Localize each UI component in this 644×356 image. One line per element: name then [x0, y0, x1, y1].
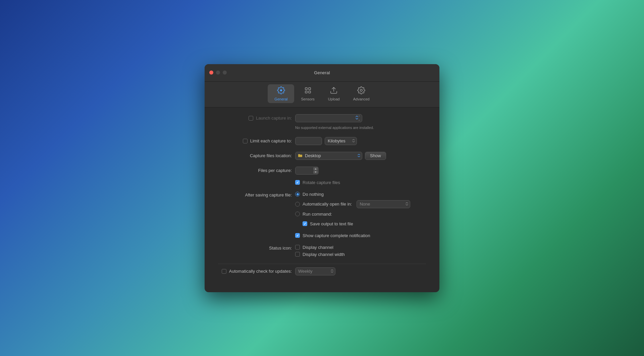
rotate-files-checkbox[interactable]	[295, 180, 300, 185]
capture-location-label: Capture files location:	[250, 153, 292, 158]
display-channel-label: Display channel	[303, 245, 333, 250]
auto-check-section: Automatically check for updates: Weekly …	[218, 267, 426, 275]
tab-general[interactable]: General	[268, 84, 294, 103]
save-output-checkbox-row: Save output to text file	[303, 221, 353, 226]
window-title: General	[314, 70, 330, 75]
auto-open-label: Automatically open file in:	[303, 202, 352, 207]
limit-unit-wrapper: Kilobytes Megabytes	[325, 137, 357, 145]
auto-check-select-wrapper: Weekly Daily Monthly	[295, 267, 335, 275]
svg-rect-0	[305, 88, 307, 90]
maximize-button[interactable]	[223, 71, 227, 75]
capture-location-control: Desktop Show	[295, 152, 426, 160]
status-icon-control: Display channel Display channel width	[295, 245, 426, 257]
tab-general-label: General	[274, 97, 287, 101]
files-per-capture-label: Files per capture:	[258, 168, 292, 173]
limit-capture-checkbox[interactable]	[243, 139, 248, 143]
status-icon-section: Status icon: Display channel Display cha…	[218, 245, 426, 257]
gear-icon	[277, 86, 285, 96]
show-notification-checkbox[interactable]	[295, 233, 300, 238]
auto-check-row: Automatically check for updates: Weekly …	[218, 267, 426, 275]
save-output-row: Save output to text file	[295, 221, 353, 226]
svg-rect-1	[309, 88, 311, 90]
launch-capture-label: Launch capture in:	[256, 116, 292, 121]
limit-unit-select[interactable]: Kilobytes Megabytes	[325, 137, 357, 145]
launch-capture-control	[295, 114, 426, 122]
save-output-label: Save output to text file	[310, 221, 353, 226]
content-area: Launch capture in:	[205, 107, 439, 292]
run-command-radio[interactable]	[295, 212, 300, 216]
status-icon-row: Status icon: Display channel Display cha…	[218, 245, 426, 257]
show-notification-section: Show capture complete notification	[218, 233, 426, 238]
show-button[interactable]: Show	[365, 152, 386, 160]
auto-check-control: Weekly Daily Monthly	[295, 267, 426, 275]
auto-check-checkbox[interactable]	[222, 269, 226, 274]
display-channel-width-label: Display channel width	[303, 252, 345, 257]
tab-advanced[interactable]: Advanced	[346, 84, 376, 103]
do-nothing-radio[interactable]	[295, 192, 300, 196]
rotate-files-row: Rotate capture files	[295, 180, 426, 185]
tab-upload-label: Upload	[328, 97, 340, 101]
auto-check-select[interactable]: Weekly Daily Monthly	[295, 267, 335, 275]
files-per-capture-decrement[interactable]: ▼	[313, 171, 318, 174]
svg-point-4	[360, 89, 362, 91]
show-notification-checkbox-row: Show capture complete notification	[295, 233, 426, 238]
upload-icon	[330, 86, 338, 96]
files-per-capture-increment[interactable]: ▲	[313, 167, 318, 170]
app-window: General General Sensors	[205, 64, 439, 292]
show-notification-label: Show capture complete notification	[303, 233, 370, 238]
launch-capture-helper: No supported external applications are i…	[295, 126, 374, 130]
titlebar: General	[205, 64, 439, 82]
files-per-capture-spinner-wrapper: 1 ▲ ▼	[295, 167, 319, 175]
after-saving-label: After saving capture file:	[245, 192, 292, 197]
after-saving-section: After saving capture file: Do nothing Au…	[218, 192, 426, 226]
auto-check-label: Automatically check for updates:	[229, 269, 292, 274]
close-button[interactable]	[209, 71, 213, 75]
limit-capture-label: Limit each capture to:	[250, 138, 292, 143]
do-nothing-label: Do nothing	[303, 192, 324, 197]
advanced-icon	[357, 86, 365, 96]
traffic-lights	[209, 71, 227, 75]
limit-capture-input[interactable]: 2048	[295, 137, 322, 145]
after-saving-control: Do nothing Automatically open file in: N…	[295, 192, 426, 226]
capture-location-select[interactable]: Desktop	[295, 152, 362, 160]
after-saving-row: After saving capture file: Do nothing Au…	[218, 192, 426, 226]
minimize-button[interactable]	[216, 71, 220, 75]
auto-open-radio[interactable]	[295, 202, 300, 207]
run-command-label: Run command:	[303, 212, 332, 217]
files-per-capture-section: Files per capture: 1 ▲ ▼ Rotate capture …	[218, 167, 426, 185]
limit-capture-section: Limit each capture to: 2048 Kilobytes Me…	[218, 137, 426, 145]
display-channel-row: Display channel	[295, 245, 333, 250]
launch-capture-section: Launch capture in:	[218, 114, 426, 130]
files-per-capture-spinner-buttons: ▲ ▼	[313, 167, 318, 174]
launch-capture-select-wrapper	[295, 114, 362, 122]
toolbar: General Sensors Upload	[205, 82, 439, 107]
capture-location-section: Capture files location: Desktop	[218, 152, 426, 160]
save-output-checkbox[interactable]	[303, 221, 307, 226]
svg-rect-2	[305, 91, 307, 93]
rotate-files-label: Rotate capture files	[303, 180, 340, 185]
tab-sensors[interactable]: Sensors	[294, 84, 321, 103]
svg-rect-3	[309, 91, 311, 93]
status-icon-label: Status icon:	[269, 246, 292, 251]
auto-open-radio-row: Automatically open file in: None	[295, 200, 410, 208]
auto-open-select-wrapper: None	[357, 200, 410, 208]
display-channel-width-checkbox[interactable]	[295, 252, 300, 257]
files-per-capture-control: 1 ▲ ▼	[295, 167, 426, 175]
run-command-radio-row: Run command:	[295, 212, 332, 217]
tab-advanced-label: Advanced	[353, 97, 370, 101]
limit-capture-control: 2048 Kilobytes Megabytes	[295, 137, 426, 145]
limit-capture-row: Limit each capture to: 2048 Kilobytes Me…	[218, 137, 426, 145]
tab-upload[interactable]: Upload	[321, 84, 346, 103]
launch-capture-row: Launch capture in:	[218, 114, 426, 122]
files-per-capture-row: Files per capture: 1 ▲ ▼	[218, 167, 426, 175]
sensors-icon	[304, 86, 312, 96]
display-channel-checkbox[interactable]	[295, 245, 300, 250]
tab-sensors-label: Sensors	[301, 97, 314, 101]
do-nothing-radio-row: Do nothing	[295, 192, 324, 197]
capture-location-select-wrapper: Desktop	[295, 152, 362, 160]
launch-capture-select[interactable]	[295, 114, 362, 122]
show-notification-row: Show capture complete notification	[218, 233, 426, 238]
auto-open-select[interactable]: None	[357, 200, 410, 208]
launch-capture-checkbox[interactable]	[249, 116, 253, 121]
capture-location-row: Capture files location: Desktop	[218, 152, 426, 160]
